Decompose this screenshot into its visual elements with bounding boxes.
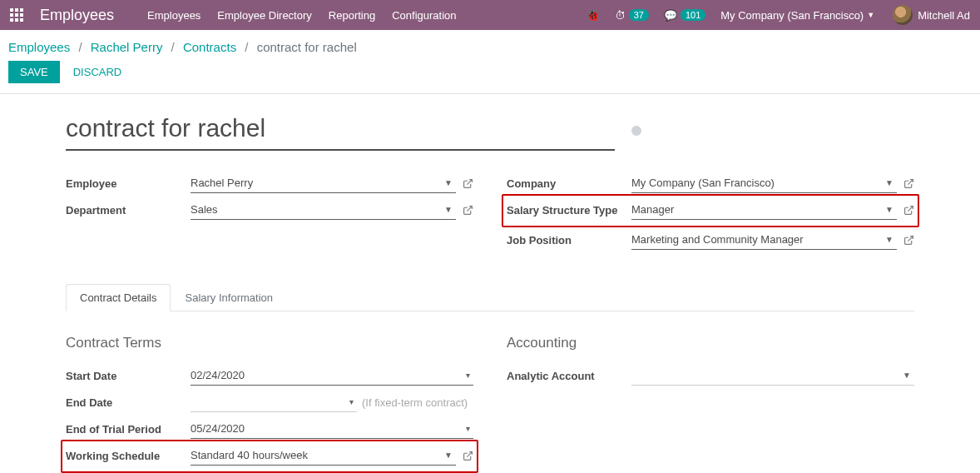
label-end-trial: End of Trial Period: [66, 423, 191, 436]
field-analytic-account[interactable]: ▼: [631, 366, 914, 386]
breadcrumb-rachel[interactable]: Rachel Perry: [91, 40, 163, 54]
label-working-schedule: Working Schedule: [66, 450, 191, 462]
breadcrumb: Employees / Rachel Perry / Contracts / c…: [0, 30, 980, 61]
chevron-down-icon[interactable]: ▼: [441, 451, 456, 460]
status-dot[interactable]: [631, 126, 641, 136]
heading-contract-terms: Contract Terms: [66, 335, 473, 351]
label-salary-structure: Salary Structure Type: [507, 204, 631, 217]
debug-icon[interactable]: 🐞: [586, 8, 600, 22]
nav-reporting[interactable]: Reporting: [329, 9, 375, 22]
chevron-down-icon[interactable]: ▼: [882, 205, 897, 214]
apps-icon[interactable]: [10, 8, 23, 22]
heading-accounting: Accounting: [507, 335, 914, 351]
section-accounting: Accounting Analytic Account ▼: [507, 335, 914, 473]
clock-badge[interactable]: ⏱ 37: [615, 9, 649, 22]
user-menu[interactable]: Mitchell Ad: [889, 5, 970, 25]
company-name: My Company (San Francisco): [720, 9, 864, 22]
label-company: Company: [507, 177, 631, 190]
tab-salary-information[interactable]: Salary Information: [171, 284, 287, 311]
breadcrumb-employees[interactable]: Employees: [8, 40, 70, 54]
input-start-date[interactable]: [191, 367, 463, 383]
end-date-hint: (If fixed-term contract): [362, 396, 468, 409]
tabs: Contract Details Salary Information: [66, 284, 914, 311]
nav-employees[interactable]: Employees: [147, 9, 200, 22]
app-title: Employees: [40, 7, 114, 24]
label-analytic-account: Analytic Account: [507, 370, 631, 382]
svg-line-4: [908, 236, 913, 241]
company-selector[interactable]: My Company (San Francisco) ▼: [720, 9, 874, 22]
discard-button[interactable]: DISCARD: [73, 66, 122, 78]
input-department[interactable]: [191, 202, 441, 217]
external-link-icon[interactable]: [463, 178, 473, 189]
form-sheet: Employee ▼ Department ▼ Company: [41, 94, 939, 473]
user-name: Mitchell Ad: [918, 9, 970, 22]
section-contract-terms: Contract Terms Start Date ▾ End Date ▾ (…: [66, 335, 473, 473]
tab-contract-details[interactable]: Contract Details: [66, 284, 171, 311]
save-button[interactable]: SAVE: [8, 61, 60, 83]
input-company[interactable]: [631, 175, 882, 191]
form-left-col: Employee ▼ Department ▼: [66, 171, 473, 254]
chat-icon: 💬: [664, 9, 677, 22]
chevron-down-icon[interactable]: ▼: [882, 235, 897, 244]
topbar-right: 🐞 ⏱ 37 💬 101 My Company (San Francisco) …: [586, 5, 970, 25]
label-department: Department: [66, 204, 191, 217]
nav-links: Employees Employee Directory Reporting C…: [147, 9, 456, 22]
input-working-schedule[interactable]: [191, 447, 441, 463]
nav-directory[interactable]: Employee Directory: [217, 9, 311, 22]
chevron-down-icon[interactable]: ▾: [463, 424, 473, 433]
external-link-icon[interactable]: [903, 178, 914, 189]
field-end-trial[interactable]: ▾: [191, 419, 473, 439]
label-start-date: Start Date: [66, 370, 191, 382]
label-end-date: End Date: [66, 396, 191, 409]
external-link-icon[interactable]: [903, 235, 914, 246]
chevron-down-icon[interactable]: ▾: [463, 371, 473, 380]
field-end-date[interactable]: ▾: [191, 392, 357, 412]
field-working-schedule[interactable]: ▼: [191, 446, 456, 466]
highlight-salary-structure: Salary Structure Type ▼: [502, 194, 919, 227]
chat-count: 101: [681, 9, 705, 21]
label-job-position: Job Position: [507, 234, 631, 246]
chevron-down-icon[interactable]: ▼: [882, 178, 897, 187]
topbar: Employees Employees Employee Directory R…: [0, 0, 980, 30]
chevron-down-icon[interactable]: ▼: [441, 205, 456, 214]
form-right-col: Company ▼ Salary Structure Type ▼: [507, 171, 914, 254]
input-end-date[interactable]: [191, 394, 346, 410]
clock-count: 37: [629, 9, 649, 21]
input-salary-structure[interactable]: [631, 202, 882, 217]
field-employee[interactable]: ▼: [191, 173, 456, 193]
chat-badge[interactable]: 💬 101: [664, 9, 705, 22]
input-job-position[interactable]: [631, 232, 882, 247]
field-job-position[interactable]: ▼: [631, 230, 897, 250]
action-bar: SAVE DISCARD: [0, 61, 980, 93]
field-department[interactable]: ▼: [191, 200, 456, 220]
chevron-down-icon[interactable]: ▾: [346, 397, 357, 406]
highlight-working-schedule: Working Schedule ▼: [61, 440, 478, 473]
nav-configuration[interactable]: Configuration: [392, 9, 456, 22]
svg-line-0: [467, 179, 472, 184]
svg-line-5: [467, 451, 472, 456]
record-title-input[interactable]: [66, 111, 615, 151]
external-link-icon[interactable]: [463, 451, 473, 461]
external-link-icon[interactable]: [903, 205, 914, 216]
chevron-down-icon[interactable]: ▼: [899, 371, 914, 380]
svg-line-3: [908, 206, 913, 211]
breadcrumb-contracts[interactable]: Contracts: [183, 40, 236, 54]
chevron-down-icon: ▼: [867, 11, 874, 19]
clock-icon: ⏱: [615, 9, 626, 22]
avatar: [893, 5, 913, 25]
chevron-down-icon[interactable]: ▼: [441, 178, 456, 187]
field-salary-structure[interactable]: ▼: [631, 200, 897, 220]
svg-line-1: [467, 206, 472, 211]
input-end-trial[interactable]: [191, 421, 463, 436]
breadcrumb-current: contract for rachel: [257, 40, 357, 54]
input-employee[interactable]: [191, 175, 441, 191]
label-employee: Employee: [66, 177, 191, 190]
external-link-icon[interactable]: [463, 205, 473, 216]
field-start-date[interactable]: ▾: [191, 366, 473, 386]
input-analytic-account[interactable]: [631, 367, 899, 383]
svg-line-2: [908, 179, 913, 184]
field-company[interactable]: ▼: [631, 173, 897, 193]
